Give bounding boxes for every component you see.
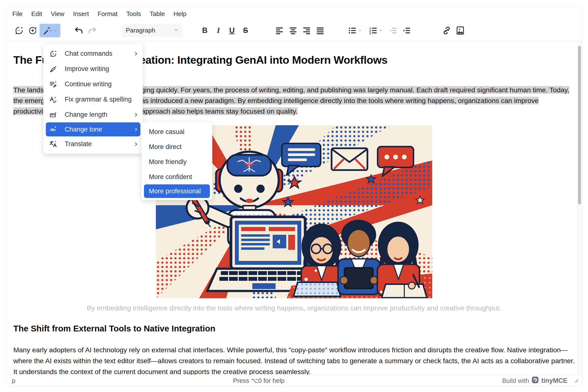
menu-item-improve-writing[interactable]: Improve writing xyxy=(43,61,143,76)
block-format-label: Paragraph xyxy=(126,27,174,34)
ai-chat-button[interactable] xyxy=(12,24,26,37)
menu-view[interactable]: View xyxy=(47,8,69,20)
image-icon xyxy=(455,26,465,35)
image-caption: By embedding intelligence directly into … xyxy=(13,304,575,312)
undo-button[interactable] xyxy=(72,24,86,37)
submenu-item-more-casual[interactable]: More casual xyxy=(142,124,212,139)
chevron-right-icon xyxy=(134,112,138,117)
redo-button[interactable] xyxy=(86,24,99,37)
chevron-right-icon xyxy=(134,127,138,132)
chevron-down-icon xyxy=(174,27,179,34)
indent-icon xyxy=(402,26,411,35)
bold-button[interactable]: B xyxy=(198,24,212,37)
menu-item-label: Translate xyxy=(59,140,134,148)
editor-window: File Edit View Insert Format Tools Table… xyxy=(6,6,582,386)
submenu-item-more-direct[interactable]: More direct xyxy=(142,139,212,154)
chat-commands-icon xyxy=(49,50,59,58)
change-length-icon xyxy=(49,111,59,119)
menu-table[interactable]: Table xyxy=(145,8,169,20)
brand-name: tinyMCE xyxy=(541,377,567,384)
menu-item-label: Change tone xyxy=(59,126,134,133)
menu-item-label: Improve writing xyxy=(59,65,138,73)
bullet-list-icon xyxy=(348,26,357,35)
outdent-icon xyxy=(388,26,397,35)
menu-item-translate[interactable]: Translate xyxy=(43,136,143,152)
menu-file[interactable]: File xyxy=(8,8,27,20)
menu-help[interactable]: Help xyxy=(169,8,191,20)
statusbar: p Press ⌥0 for help Build with tinyMCE xyxy=(6,375,582,386)
improve-writing-icon xyxy=(49,65,59,73)
link-button[interactable] xyxy=(440,24,453,37)
menu-item-chat-commands[interactable]: Chat commands xyxy=(43,46,143,61)
align-left-icon xyxy=(275,26,284,35)
strikethrough-button[interactable]: S xyxy=(239,24,252,37)
menu-format[interactable]: Format xyxy=(93,8,122,20)
menu-item-label: Chat commands xyxy=(59,50,134,58)
ai-sparkle-circle-icon xyxy=(28,26,38,35)
tinymce-logo-icon xyxy=(531,376,539,385)
toolbar: Paragraph B I U S xyxy=(6,20,582,41)
menu-tools[interactable]: Tools xyxy=(122,8,145,20)
menu-item-label: Fix grammar & spelling xyxy=(59,96,138,103)
menu-item-label: Continue writing xyxy=(59,80,138,88)
align-right-button[interactable] xyxy=(300,24,313,37)
menu-item-fix-grammar[interactable]: Fix grammar & spelling xyxy=(43,92,143,107)
numbered-list-button[interactable]: 123 xyxy=(365,24,386,37)
change-tone-icon xyxy=(49,125,59,134)
submenu-item-more-professional[interactable]: More professional xyxy=(144,184,210,198)
menu-item-change-length[interactable]: Change length xyxy=(43,107,143,122)
bullet-list-button[interactable] xyxy=(344,24,365,37)
align-justify-icon xyxy=(316,26,325,35)
chevron-down-icon xyxy=(53,28,58,33)
align-center-icon xyxy=(288,26,298,35)
undo-icon xyxy=(74,26,84,35)
menu-item-label: Change length xyxy=(59,111,134,118)
align-justify-button[interactable] xyxy=(313,24,327,37)
resize-handle-icon[interactable] xyxy=(573,377,578,384)
magic-wand-icon xyxy=(43,26,52,35)
ai-chat-icon xyxy=(14,26,24,35)
insert-image-button[interactable] xyxy=(453,24,467,37)
align-center-button[interactable] xyxy=(286,24,300,37)
change-tone-submenu: More casual More direct More friendly Mo… xyxy=(142,122,212,200)
redo-icon xyxy=(88,26,97,35)
ai-dropdown-menu: Chat commands Improve writing xyxy=(43,44,143,154)
align-left-button[interactable] xyxy=(273,24,286,37)
submenu-item-more-confident[interactable]: More confident xyxy=(142,169,212,184)
outdent-button[interactable] xyxy=(386,24,400,37)
menu-edit[interactable]: Edit xyxy=(27,8,47,20)
align-right-icon xyxy=(302,26,311,35)
menu-insert[interactable]: Insert xyxy=(69,8,93,20)
submenu-item-more-friendly[interactable]: More friendly xyxy=(142,154,212,169)
document-paragraph-2: Many early adopters of AI technology rel… xyxy=(13,344,575,375)
translate-icon xyxy=(49,140,59,148)
chevron-down-icon xyxy=(358,28,362,32)
numbered-list-icon: 123 xyxy=(369,26,378,35)
indent-button[interactable] xyxy=(400,24,413,37)
underline-button[interactable]: U xyxy=(225,24,239,37)
ai-prompt-button[interactable] xyxy=(26,24,40,37)
link-icon xyxy=(442,26,451,35)
ai-shortcuts-button[interactable] xyxy=(40,24,60,37)
italic-button[interactable]: I xyxy=(212,24,225,37)
fix-grammar-icon xyxy=(49,96,59,104)
brand-prefix: Build with xyxy=(502,377,529,384)
menubar: File Edit View Insert Format Tools Table… xyxy=(6,6,582,20)
scrollbar-thumb[interactable] xyxy=(578,46,581,204)
document-heading-2: The Shift from External Tools to Native … xyxy=(13,324,575,333)
help-shortcut-text: Press ⌥0 for help xyxy=(15,377,502,384)
menu-item-continue-writing[interactable]: Continue writing xyxy=(43,76,143,92)
chevron-right-icon xyxy=(134,51,138,56)
block-format-select[interactable]: Paragraph xyxy=(122,24,183,37)
continue-writing-icon xyxy=(49,80,59,88)
chevron-right-icon xyxy=(134,142,138,146)
chevron-down-icon xyxy=(379,28,383,32)
svg-text:3: 3 xyxy=(369,32,371,35)
menu-item-change-tone[interactable]: Change tone xyxy=(46,122,140,136)
branding[interactable]: Build with tinyMCE xyxy=(502,376,578,385)
element-path[interactable]: p xyxy=(12,377,15,384)
